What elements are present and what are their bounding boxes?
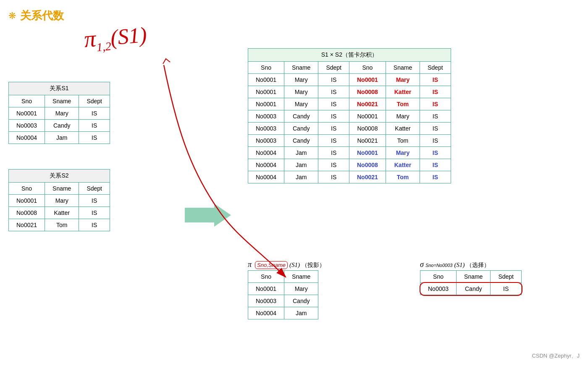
cart-col-5: Sname <box>386 62 420 74</box>
proj-label: （投影） <box>302 261 325 269</box>
table-row: No0004 Jam IS No0021 Tom IS <box>248 171 451 183</box>
cart-col-4: Sno <box>349 62 386 74</box>
s1-table: 关系S1 Sno Sname Sdept No0001 Mary IS No00… <box>8 82 110 144</box>
s2-table: 关系S2 Sno Sname Sdept No0001 Mary IS No00… <box>8 169 110 231</box>
proj-pi-symbol: π <box>248 260 252 269</box>
sel-sigma-subscript: Sno=No0003 <box>425 263 453 268</box>
table-row: No0003 Candy <box>248 295 318 307</box>
proj-arg: (S1) <box>289 261 300 269</box>
table-row: No0021 Tom IS <box>9 219 110 231</box>
sel-label: （选择） <box>466 261 490 269</box>
selection-table: Sno Sname Sdept No0003 Candy IS <box>420 270 522 295</box>
table-row: No0003 Candy IS <box>420 283 522 295</box>
proj-col-sname: Sname <box>284 271 318 283</box>
s2-col-sno: Sno <box>9 183 45 195</box>
sel-arg: (S1) <box>454 261 465 269</box>
selection-caption: σSno=No0003(S1)（选择） <box>420 260 522 269</box>
cart-col-3: Sdept <box>318 62 349 74</box>
table-row: No0001 Mary IS <box>9 107 110 120</box>
pi-subscript: 1,2 <box>96 39 112 54</box>
table-row: No0003 Candy IS No0001 Mary IS <box>248 110 451 123</box>
pi-notation: π1,2(S1) <box>83 21 148 55</box>
s2-col-sname: Sname <box>45 183 79 195</box>
table-row: No0001 Mary IS No0021 Tom IS <box>248 98 451 110</box>
proj-subscript-circled: Sno,Sname <box>255 261 288 269</box>
cart-col-2: Sname <box>284 62 318 74</box>
projection-caption: πSno,Sname(S1)（投影） <box>248 260 325 269</box>
pi-symbol: π <box>83 25 97 52</box>
table-row: No0001 Mary IS <box>9 195 110 207</box>
table-row: No0004 Jam IS <box>9 132 110 144</box>
svg-marker-0 <box>185 204 231 227</box>
table-row: No0004 Jam IS No0001 Mary IS <box>248 147 451 159</box>
table-row: No0001 Mary IS No0001 Mary IS <box>248 74 451 86</box>
page-title: 关系代数 <box>20 8 64 23</box>
table-row: No0008 Katter IS <box>9 207 110 219</box>
projection-table-wrap: πSno,Sname(S1)（投影） Sno Sname No0001 Mary… <box>248 260 325 319</box>
s2-title: 关系S2 <box>9 170 110 183</box>
cart-col-6: Sdept <box>420 62 451 74</box>
s1-title: 关系S1 <box>9 82 110 95</box>
cartesian-title: S1 × S2（笛卡尔积） <box>248 49 451 62</box>
s2-col-sdept: Sdept <box>79 183 110 195</box>
table-row: No0003 Candy IS <box>9 120 110 132</box>
s2-table-wrap: 关系S2 Sno Sname Sdept No0001 Mary IS No00… <box>8 169 110 231</box>
sel-col-sdept: Sdept <box>491 271 522 283</box>
sel-sigma-symbol: σ <box>420 260 424 269</box>
table-row: No0001 Mary IS No0008 Katter IS <box>248 86 451 98</box>
s1-col-sdept: Sdept <box>79 95 110 107</box>
pi-arg: (S1) <box>109 23 147 50</box>
sel-col-sno: Sno <box>420 271 457 283</box>
page-title-bar: ❋ 关系代数 <box>8 8 580 23</box>
cart-col-1: Sno <box>248 62 284 74</box>
table-row: No0003 Candy IS No0021 Tom IS <box>248 135 451 147</box>
table-row: No0003 Candy IS No0008 Katter IS <box>248 123 451 135</box>
s1-table-wrap: 关系S1 Sno Sname Sdept No0001 Mary IS No00… <box>8 82 110 144</box>
right-arrow <box>185 204 231 228</box>
table-row: No0001 Mary <box>248 283 318 295</box>
cartesian-table-wrap: S1 × S2（笛卡尔积） Sno Sname Sdept Sno Sname … <box>248 48 451 183</box>
left-tables-container: 关系S1 Sno Sname Sdept No0001 Mary IS No00… <box>8 82 110 231</box>
s1-col-sname: Sname <box>45 95 79 107</box>
table-row: No0004 Jam IS No0008 Katter IS <box>248 159 451 171</box>
cartesian-table: S1 × S2（笛卡尔积） Sno Sname Sdept Sno Sname … <box>248 48 451 183</box>
selection-table-wrap: σSno=No0003(S1)（选择） Sno Sname Sdept No00… <box>420 260 522 295</box>
table-row: No0004 Jam <box>248 307 318 319</box>
title-icon: ❋ <box>8 10 16 21</box>
projection-table: Sno Sname No0001 Mary No0003 Candy No000… <box>248 270 318 319</box>
sel-col-sname: Sname <box>457 271 491 283</box>
watermark: CSDN @Zephyr、J <box>532 352 580 360</box>
s1-col-sno: Sno <box>9 95 45 107</box>
proj-col-sno: Sno <box>248 271 284 283</box>
